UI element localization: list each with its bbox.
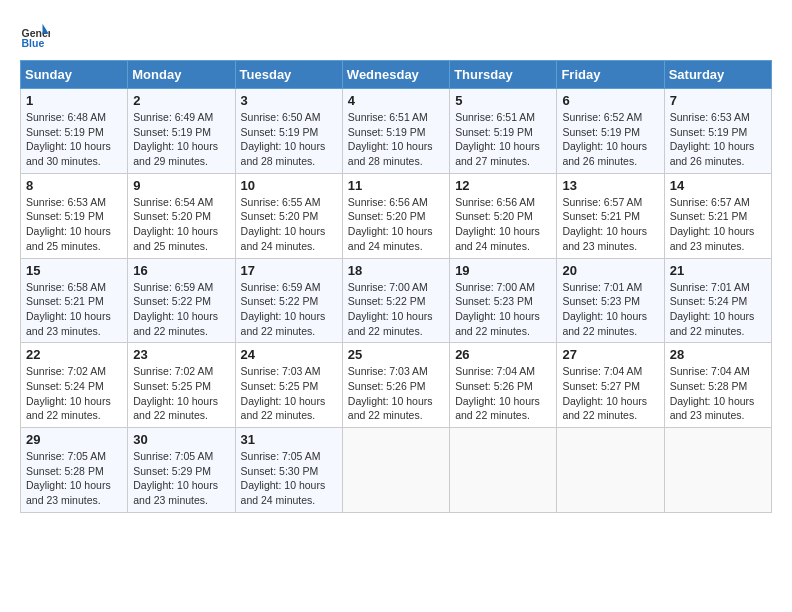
day-info: Sunrise: 6:54 AMSunset: 5:20 PMDaylight:… bbox=[133, 195, 229, 254]
calendar-cell bbox=[342, 428, 449, 513]
day-header-thursday: Thursday bbox=[450, 61, 557, 89]
day-info: Sunrise: 6:51 AMSunset: 5:19 PMDaylight:… bbox=[348, 110, 444, 169]
day-number: 11 bbox=[348, 178, 444, 193]
day-number: 30 bbox=[133, 432, 229, 447]
day-info: Sunrise: 7:03 AMSunset: 5:25 PMDaylight:… bbox=[241, 364, 337, 423]
calendar-cell: 1Sunrise: 6:48 AMSunset: 5:19 PMDaylight… bbox=[21, 89, 128, 174]
day-info: Sunrise: 7:00 AMSunset: 5:23 PMDaylight:… bbox=[455, 280, 551, 339]
calendar-cell: 24Sunrise: 7:03 AMSunset: 5:25 PMDayligh… bbox=[235, 343, 342, 428]
day-number: 7 bbox=[670, 93, 766, 108]
calendar-cell: 31Sunrise: 7:05 AMSunset: 5:30 PMDayligh… bbox=[235, 428, 342, 513]
day-number: 16 bbox=[133, 263, 229, 278]
svg-text:Blue: Blue bbox=[22, 37, 45, 49]
calendar-header-row: SundayMondayTuesdayWednesdayThursdayFrid… bbox=[21, 61, 772, 89]
day-number: 18 bbox=[348, 263, 444, 278]
calendar-week-row: 8Sunrise: 6:53 AMSunset: 5:19 PMDaylight… bbox=[21, 173, 772, 258]
calendar-cell: 26Sunrise: 7:04 AMSunset: 5:26 PMDayligh… bbox=[450, 343, 557, 428]
day-info: Sunrise: 7:00 AMSunset: 5:22 PMDaylight:… bbox=[348, 280, 444, 339]
calendar-cell: 22Sunrise: 7:02 AMSunset: 5:24 PMDayligh… bbox=[21, 343, 128, 428]
day-info: Sunrise: 7:05 AMSunset: 5:29 PMDaylight:… bbox=[133, 449, 229, 508]
day-number: 27 bbox=[562, 347, 658, 362]
day-info: Sunrise: 6:48 AMSunset: 5:19 PMDaylight:… bbox=[26, 110, 122, 169]
day-info: Sunrise: 7:04 AMSunset: 5:28 PMDaylight:… bbox=[670, 364, 766, 423]
day-info: Sunrise: 6:57 AMSunset: 5:21 PMDaylight:… bbox=[670, 195, 766, 254]
day-number: 6 bbox=[562, 93, 658, 108]
day-number: 1 bbox=[26, 93, 122, 108]
day-info: Sunrise: 7:02 AMSunset: 5:24 PMDaylight:… bbox=[26, 364, 122, 423]
calendar-cell: 8Sunrise: 6:53 AMSunset: 5:19 PMDaylight… bbox=[21, 173, 128, 258]
calendar-cell bbox=[664, 428, 771, 513]
day-info: Sunrise: 7:04 AMSunset: 5:26 PMDaylight:… bbox=[455, 364, 551, 423]
calendar-week-row: 22Sunrise: 7:02 AMSunset: 5:24 PMDayligh… bbox=[21, 343, 772, 428]
day-header-wednesday: Wednesday bbox=[342, 61, 449, 89]
calendar-cell: 2Sunrise: 6:49 AMSunset: 5:19 PMDaylight… bbox=[128, 89, 235, 174]
day-info: Sunrise: 7:01 AMSunset: 5:24 PMDaylight:… bbox=[670, 280, 766, 339]
calendar-cell: 16Sunrise: 6:59 AMSunset: 5:22 PMDayligh… bbox=[128, 258, 235, 343]
day-info: Sunrise: 7:02 AMSunset: 5:25 PMDaylight:… bbox=[133, 364, 229, 423]
calendar-body: 1Sunrise: 6:48 AMSunset: 5:19 PMDaylight… bbox=[21, 89, 772, 513]
calendar-cell: 21Sunrise: 7:01 AMSunset: 5:24 PMDayligh… bbox=[664, 258, 771, 343]
day-number: 17 bbox=[241, 263, 337, 278]
day-number: 25 bbox=[348, 347, 444, 362]
day-number: 22 bbox=[26, 347, 122, 362]
day-info: Sunrise: 6:52 AMSunset: 5:19 PMDaylight:… bbox=[562, 110, 658, 169]
calendar-cell: 25Sunrise: 7:03 AMSunset: 5:26 PMDayligh… bbox=[342, 343, 449, 428]
day-number: 9 bbox=[133, 178, 229, 193]
calendar-cell: 3Sunrise: 6:50 AMSunset: 5:19 PMDaylight… bbox=[235, 89, 342, 174]
day-number: 8 bbox=[26, 178, 122, 193]
day-number: 4 bbox=[348, 93, 444, 108]
day-info: Sunrise: 6:59 AMSunset: 5:22 PMDaylight:… bbox=[133, 280, 229, 339]
day-info: Sunrise: 6:49 AMSunset: 5:19 PMDaylight:… bbox=[133, 110, 229, 169]
logo: General Blue bbox=[20, 20, 52, 50]
day-info: Sunrise: 6:51 AMSunset: 5:19 PMDaylight:… bbox=[455, 110, 551, 169]
day-number: 13 bbox=[562, 178, 658, 193]
calendar-cell: 13Sunrise: 6:57 AMSunset: 5:21 PMDayligh… bbox=[557, 173, 664, 258]
day-header-saturday: Saturday bbox=[664, 61, 771, 89]
day-header-monday: Monday bbox=[128, 61, 235, 89]
day-info: Sunrise: 6:53 AMSunset: 5:19 PMDaylight:… bbox=[26, 195, 122, 254]
day-info: Sunrise: 6:53 AMSunset: 5:19 PMDaylight:… bbox=[670, 110, 766, 169]
calendar-cell bbox=[450, 428, 557, 513]
day-number: 15 bbox=[26, 263, 122, 278]
logo-icon: General Blue bbox=[20, 20, 50, 50]
calendar-cell: 28Sunrise: 7:04 AMSunset: 5:28 PMDayligh… bbox=[664, 343, 771, 428]
calendar-week-row: 29Sunrise: 7:05 AMSunset: 5:28 PMDayligh… bbox=[21, 428, 772, 513]
calendar-cell: 7Sunrise: 6:53 AMSunset: 5:19 PMDaylight… bbox=[664, 89, 771, 174]
calendar-cell: 14Sunrise: 6:57 AMSunset: 5:21 PMDayligh… bbox=[664, 173, 771, 258]
day-info: Sunrise: 6:55 AMSunset: 5:20 PMDaylight:… bbox=[241, 195, 337, 254]
calendar-cell: 6Sunrise: 6:52 AMSunset: 5:19 PMDaylight… bbox=[557, 89, 664, 174]
day-info: Sunrise: 6:50 AMSunset: 5:19 PMDaylight:… bbox=[241, 110, 337, 169]
day-header-tuesday: Tuesday bbox=[235, 61, 342, 89]
calendar-cell: 10Sunrise: 6:55 AMSunset: 5:20 PMDayligh… bbox=[235, 173, 342, 258]
calendar-cell: 18Sunrise: 7:00 AMSunset: 5:22 PMDayligh… bbox=[342, 258, 449, 343]
day-info: Sunrise: 6:56 AMSunset: 5:20 PMDaylight:… bbox=[455, 195, 551, 254]
day-number: 31 bbox=[241, 432, 337, 447]
calendar-table: SundayMondayTuesdayWednesdayThursdayFrid… bbox=[20, 60, 772, 513]
calendar-cell: 11Sunrise: 6:56 AMSunset: 5:20 PMDayligh… bbox=[342, 173, 449, 258]
calendar-cell: 5Sunrise: 6:51 AMSunset: 5:19 PMDaylight… bbox=[450, 89, 557, 174]
page-header: General Blue bbox=[20, 20, 772, 50]
calendar-cell: 12Sunrise: 6:56 AMSunset: 5:20 PMDayligh… bbox=[450, 173, 557, 258]
calendar-cell: 9Sunrise: 6:54 AMSunset: 5:20 PMDaylight… bbox=[128, 173, 235, 258]
calendar-cell: 30Sunrise: 7:05 AMSunset: 5:29 PMDayligh… bbox=[128, 428, 235, 513]
calendar-cell: 17Sunrise: 6:59 AMSunset: 5:22 PMDayligh… bbox=[235, 258, 342, 343]
day-number: 5 bbox=[455, 93, 551, 108]
day-number: 26 bbox=[455, 347, 551, 362]
day-info: Sunrise: 7:05 AMSunset: 5:28 PMDaylight:… bbox=[26, 449, 122, 508]
day-number: 24 bbox=[241, 347, 337, 362]
day-info: Sunrise: 7:05 AMSunset: 5:30 PMDaylight:… bbox=[241, 449, 337, 508]
day-number: 3 bbox=[241, 93, 337, 108]
calendar-cell: 19Sunrise: 7:00 AMSunset: 5:23 PMDayligh… bbox=[450, 258, 557, 343]
day-info: Sunrise: 6:57 AMSunset: 5:21 PMDaylight:… bbox=[562, 195, 658, 254]
day-info: Sunrise: 6:56 AMSunset: 5:20 PMDaylight:… bbox=[348, 195, 444, 254]
day-number: 20 bbox=[562, 263, 658, 278]
day-number: 12 bbox=[455, 178, 551, 193]
day-number: 2 bbox=[133, 93, 229, 108]
calendar-cell: 4Sunrise: 6:51 AMSunset: 5:19 PMDaylight… bbox=[342, 89, 449, 174]
calendar-week-row: 15Sunrise: 6:58 AMSunset: 5:21 PMDayligh… bbox=[21, 258, 772, 343]
calendar-week-row: 1Sunrise: 6:48 AMSunset: 5:19 PMDaylight… bbox=[21, 89, 772, 174]
day-number: 29 bbox=[26, 432, 122, 447]
day-number: 23 bbox=[133, 347, 229, 362]
day-header-friday: Friday bbox=[557, 61, 664, 89]
calendar-cell: 29Sunrise: 7:05 AMSunset: 5:28 PMDayligh… bbox=[21, 428, 128, 513]
